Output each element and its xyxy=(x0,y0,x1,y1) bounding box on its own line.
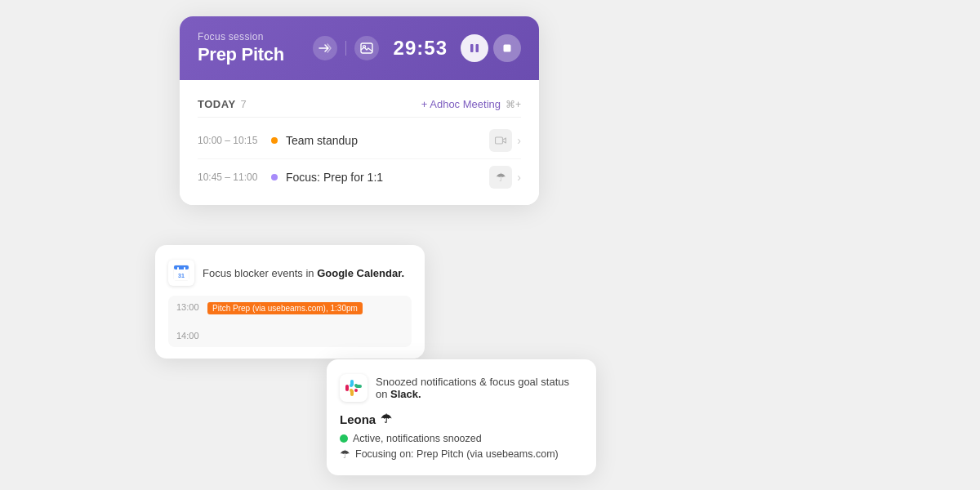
slack-active-dot xyxy=(340,434,348,443)
focus-card: Focus session Prep Pitch xyxy=(180,16,539,205)
event-actions-2: ☂ › xyxy=(489,166,521,189)
event-actions-1: › xyxy=(489,129,521,152)
today-header: TODAY 7 + Adhoc Meeting ⌘+ xyxy=(198,90,521,118)
gcal-calendar-preview: 13:00 Pitch Prep (via usebeams.com), 1:3… xyxy=(168,296,412,347)
event-name-1: Team standup xyxy=(286,134,489,147)
event-name-2: Focus: Prep for 1:1 xyxy=(286,171,489,184)
gcal-time-2: 14:00 xyxy=(176,331,203,341)
header-divider xyxy=(345,41,346,56)
event-row-2: 10:45 – 11:00 Focus: Prep for 1:1 ☂ › xyxy=(198,159,521,195)
slack-focus-emoji: ☂ xyxy=(340,448,350,461)
timer-controls xyxy=(461,34,521,62)
focus-header-right: 29:53 xyxy=(313,34,521,62)
svg-rect-7 xyxy=(174,265,189,270)
svg-rect-12 xyxy=(184,267,185,271)
event-time-1: 10:00 – 10:15 xyxy=(198,135,271,146)
stop-button[interactable] xyxy=(493,34,521,62)
gcal-description: Focus blocker events in Google Calendar. xyxy=(203,267,404,279)
event-video-icon[interactable] xyxy=(489,129,512,152)
pause-button[interactable] xyxy=(461,34,488,62)
svg-rect-5 xyxy=(496,137,503,144)
svg-rect-2 xyxy=(470,44,474,52)
svg-rect-11 xyxy=(177,267,179,271)
gcal-time-row-2: 14:00 xyxy=(176,331,403,341)
svg-rect-4 xyxy=(504,45,511,52)
focus-title: Prep Pitch xyxy=(198,44,284,65)
google-calendar-icon: 31 xyxy=(168,260,194,286)
gcal-time-1: 13:00 xyxy=(176,302,203,312)
adhoc-shortcut: ⌘+ xyxy=(506,99,521,110)
slack-status-focusing: ☂ Focusing on: Prep Pitch (via usebeams.… xyxy=(340,448,583,461)
event-dot-2 xyxy=(271,174,278,180)
today-label: TODAY 7 xyxy=(198,98,247,110)
slack-user-emoji: ☂ xyxy=(381,412,391,426)
svg-text:31: 31 xyxy=(178,273,185,278)
gcal-card: 31 Focus blocker events in Google Calend… xyxy=(155,245,425,359)
slack-description: Snoozed notifications & focus goal statu… xyxy=(376,376,583,400)
slack-icon xyxy=(340,374,368,402)
focus-header-left: Focus session Prep Pitch xyxy=(198,31,284,65)
gcal-time-row-1: 13:00 Pitch Prep (via usebeams.com), 1:3… xyxy=(176,302,403,314)
image-icon-btn[interactable] xyxy=(354,36,379,60)
event-time-2: 10:45 – 11:00 xyxy=(198,172,271,183)
today-count: 7 xyxy=(241,98,247,110)
focus-icons xyxy=(313,36,379,60)
slack-header: Snoozed notifications & focus goal statu… xyxy=(340,374,583,402)
focus-timer: 29:53 xyxy=(394,37,448,60)
svg-rect-13 xyxy=(345,385,349,391)
slack-status-active: Active, notifications snoozed xyxy=(340,433,583,444)
gcal-event-block: Pitch Prep (via usebeams.com), 1:30pm xyxy=(207,302,363,314)
event-umbrella-icon: ☂ xyxy=(489,166,512,189)
event-row: 10:00 – 10:15 Team standup › xyxy=(198,122,521,159)
focus-session-label: Focus session xyxy=(198,31,284,42)
svg-point-17 xyxy=(350,384,353,387)
gcal-spacer xyxy=(176,318,403,331)
svg-point-18 xyxy=(354,384,358,387)
calendar-events: 10:00 – 10:15 Team standup › xyxy=(198,118,521,205)
today-section: TODAY 7 + Adhoc Meeting ⌘+ 10:00 – 10:15… xyxy=(180,80,539,205)
event-dot-1 xyxy=(271,137,278,144)
slack-user: Leona ☂ xyxy=(340,412,583,426)
adhoc-meeting-button[interactable]: + Adhoc Meeting ⌘+ xyxy=(421,98,521,110)
focus-header: Focus session Prep Pitch xyxy=(180,16,539,80)
event-chevron-2[interactable]: › xyxy=(517,171,521,184)
svg-rect-3 xyxy=(476,44,479,52)
slack-card: Snoozed notifications & focus goal statu… xyxy=(327,359,596,475)
svg-point-20 xyxy=(354,389,358,392)
gcal-header: 31 Focus blocker events in Google Calend… xyxy=(168,260,412,286)
event-chevron-1[interactable]: › xyxy=(517,134,521,147)
svg-point-19 xyxy=(350,389,353,392)
share-icon-btn[interactable] xyxy=(313,36,337,60)
